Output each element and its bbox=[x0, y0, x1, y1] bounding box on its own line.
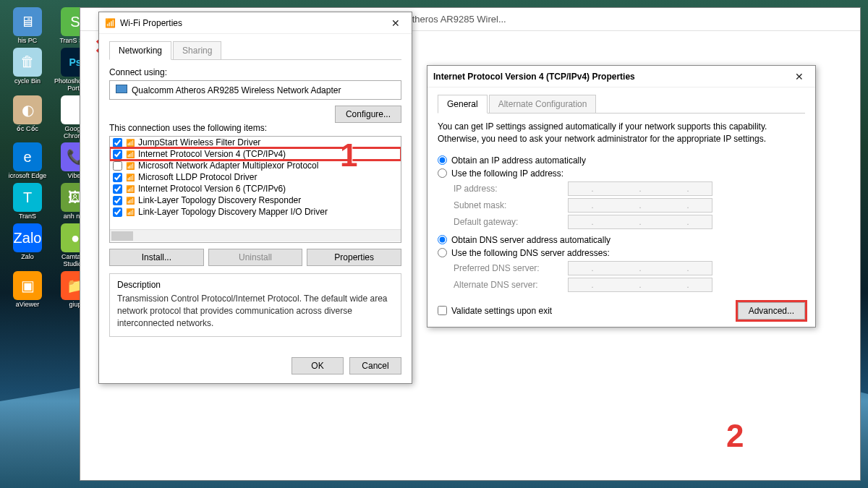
item-label: Internet Protocol Version 6 (TCP/IPv6) bbox=[138, 184, 286, 194]
description-text: Transmission Control Protocol/Internet P… bbox=[117, 293, 393, 329]
gateway-input[interactable]: ... bbox=[568, 215, 712, 229]
item-checkbox[interactable] bbox=[113, 161, 122, 171]
close-button[interactable]: ✕ bbox=[383, 14, 409, 33]
network-icon: 📶 bbox=[125, 184, 135, 194]
items-label: This connection uses the following items… bbox=[109, 123, 401, 133]
dns-group: Obtain DNS server address automatically … bbox=[438, 235, 805, 292]
ip-address-label: IP address: bbox=[454, 184, 562, 194]
dialog-title: Internet Protocol Version 4 (TCP/IPv4) P… bbox=[433, 72, 635, 82]
dns-manual-label: Use the following DNS server addresses: bbox=[451, 248, 610, 258]
item-label: Link-Layer Topology Discovery Mapper I/O… bbox=[138, 207, 328, 217]
app-icon: 🖥 bbox=[13, 7, 42, 36]
icon-label: icrosoft Edge bbox=[9, 173, 47, 180]
dialog-titlebar: Internet Protocol Version 4 (TCP/IPv4) P… bbox=[427, 66, 815, 87]
dns-alt-label: Alternate DNS server: bbox=[454, 280, 562, 290]
desktop-icon[interactable]: ▣aViewer bbox=[6, 271, 49, 309]
item-checkbox[interactable] bbox=[113, 173, 122, 182]
monitor-icon bbox=[116, 85, 127, 95]
ip-manual-radio[interactable]: Use the following IP address: bbox=[438, 168, 805, 179]
app-icon: ◐ bbox=[13, 95, 42, 124]
ipv4-properties-dialog: Internet Protocol Version 4 (TCP/IPv4) P… bbox=[427, 65, 816, 328]
icon-label: aViewer bbox=[16, 301, 39, 309]
desktop-icon[interactable]: ◐ốc Cốc bbox=[6, 95, 49, 140]
network-icon: 📶 bbox=[125, 137, 135, 147]
wifi-properties-dialog: 📶 Wi-Fi Properties ✕ Networking Sharing … bbox=[98, 12, 412, 384]
subnet-mask-label: Subnet mask: bbox=[454, 200, 562, 210]
subnet-mask-input[interactable]: ... bbox=[568, 198, 712, 213]
protocol-item[interactable]: 📶Internet Protocol Version 6 (TCP/IPv6) bbox=[110, 183, 401, 194]
protocol-item[interactable]: 📶JumpStart Wireless Filter Driver bbox=[110, 137, 401, 148]
ok-button[interactable]: OK bbox=[292, 357, 344, 374]
desktop-icon[interactable]: TTranS bbox=[6, 183, 49, 221]
configure-button[interactable]: Configure... bbox=[335, 106, 401, 123]
dns-auto-label: Obtain DNS server address automatically bbox=[451, 235, 610, 245]
tabs: General Alternate Configuration bbox=[438, 95, 805, 114]
tab-networking[interactable]: Networking bbox=[109, 41, 171, 60]
network-icon: 📶 bbox=[125, 149, 135, 159]
network-icon: 📶 bbox=[125, 207, 135, 217]
desktop-icon[interactable]: ZaloZalo bbox=[6, 223, 49, 268]
app-icon: T bbox=[13, 183, 42, 212]
protocol-list[interactable]: 📶JumpStart Wireless Filter Driver📶Intern… bbox=[109, 136, 401, 243]
desktop-icon[interactable]: eicrosoft Edge bbox=[6, 142, 49, 180]
item-label: JumpStart Wireless Filter Driver bbox=[138, 137, 260, 147]
dns-auto-radio[interactable]: Obtain DNS server address automatically bbox=[438, 235, 805, 245]
tab-general[interactable]: General bbox=[438, 95, 488, 114]
app-icon: 🗑 bbox=[13, 48, 42, 77]
icon-label: TranS bbox=[19, 213, 36, 221]
item-label: Microsoft Network Adapter Multiplexor Pr… bbox=[138, 160, 318, 171]
app-icon: ▣ bbox=[13, 271, 42, 300]
dialog-title: 📶 Wi-Fi Properties bbox=[105, 18, 182, 28]
icon-label: Zalo bbox=[21, 254, 34, 261]
wifi-icon: 📶 bbox=[105, 18, 116, 28]
protocol-item[interactable]: 📶Microsoft LLDP Protocol Driver bbox=[110, 171, 401, 183]
tab-sharing[interactable]: Sharing bbox=[173, 41, 221, 59]
cancel-button[interactable]: Cancel bbox=[349, 357, 401, 374]
item-checkbox[interactable] bbox=[113, 196, 122, 205]
icon-label: his PC bbox=[18, 38, 38, 45]
item-checkbox[interactable] bbox=[113, 184, 122, 194]
ip-manual-label: Use the following IP address: bbox=[451, 168, 563, 179]
item-checkbox[interactable] bbox=[113, 207, 122, 217]
desktop-icon[interactable]: 🗑cycle Bin bbox=[6, 48, 49, 93]
item-label: Internet Protocol Version 4 (TCP/IPv4) bbox=[138, 149, 286, 159]
icon-label: cycle Bin bbox=[14, 78, 41, 85]
advanced-button[interactable]: Advanced... bbox=[738, 302, 805, 320]
item-checkbox[interactable] bbox=[113, 150, 122, 159]
validate-label: Validate settings upon exit bbox=[451, 306, 552, 316]
app-icon: Zalo bbox=[13, 223, 42, 252]
dialog-title-text: Wi-Fi Properties bbox=[120, 18, 182, 28]
network-icon: 📶 bbox=[125, 195, 135, 205]
tab-alternate-configuration[interactable]: Alternate Configuration bbox=[489, 95, 597, 113]
protocol-item[interactable]: 📶Link-Layer Topology Discovery Mapper I/… bbox=[110, 206, 401, 218]
icon-label: ốc Cốc bbox=[17, 126, 38, 133]
description-group: Description Transmission Control Protoco… bbox=[109, 273, 401, 337]
protocol-item[interactable]: 📶Microsoft Network Adapter Multiplexor P… bbox=[110, 160, 401, 171]
info-text: You can get IP settings assigned automat… bbox=[438, 121, 805, 145]
ip-address-input[interactable]: ... bbox=[568, 181, 712, 196]
app-icon: e bbox=[13, 142, 42, 171]
connect-using-label: Connect using: bbox=[109, 67, 401, 77]
protocol-item[interactable]: 📶Link-Layer Topology Discovery Responder bbox=[110, 194, 401, 206]
dns-pref-input[interactable]: ... bbox=[568, 261, 712, 275]
network-icon: 📶 bbox=[125, 160, 135, 171]
adapter-box: Qualcomm Atheros AR9285 Wireless Network… bbox=[109, 80, 401, 100]
horizontal-scrollbar[interactable] bbox=[110, 229, 401, 241]
protocol-item[interactable]: 📶Internet Protocol Version 4 (TCP/IPv4) bbox=[110, 148, 401, 160]
desktop-icon[interactable]: 🖥his PC bbox=[6, 7, 49, 45]
dns-pref-label: Preferred DNS server: bbox=[454, 263, 562, 273]
item-label: Link-Layer Topology Discovery Responder bbox=[138, 195, 301, 205]
adapter-name: Qualcomm Atheros AR9285 Wireless Network… bbox=[132, 85, 341, 95]
item-checkbox[interactable] bbox=[113, 138, 122, 147]
ip-auto-radio[interactable]: Obtain an IP address automatically bbox=[438, 155, 805, 166]
validate-checkbox[interactable]: Validate settings upon exit bbox=[438, 306, 552, 316]
close-button[interactable]: ✕ bbox=[786, 67, 812, 86]
properties-button[interactable]: Properties bbox=[307, 249, 401, 266]
uninstall-button[interactable]: Uninstall bbox=[208, 249, 303, 266]
description-label: Description bbox=[117, 280, 393, 290]
dialog-titlebar: 📶 Wi-Fi Properties ✕ bbox=[99, 12, 412, 34]
dns-alt-input[interactable]: ... bbox=[568, 278, 712, 292]
dns-manual-radio[interactable]: Use the following DNS server addresses: bbox=[438, 248, 805, 258]
install-button[interactable]: Install... bbox=[109, 249, 204, 266]
ip-group: Obtain an IP address automatically Use t… bbox=[438, 155, 805, 229]
